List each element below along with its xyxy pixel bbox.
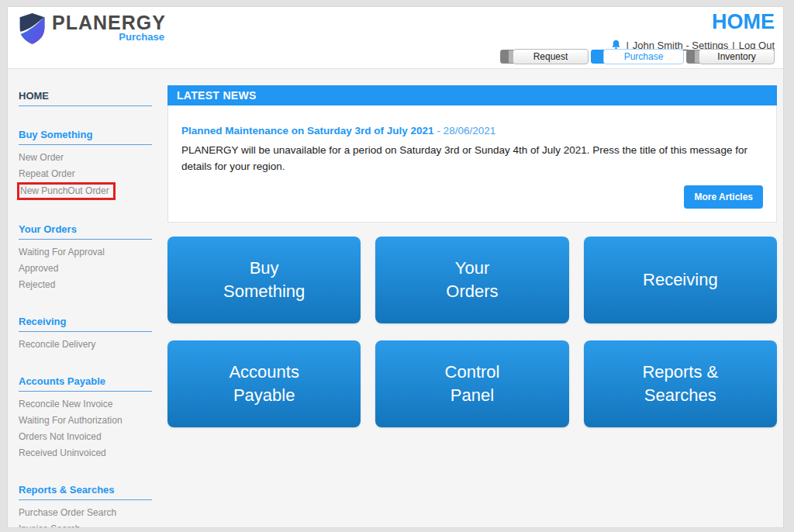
sidebar-section-accounts-payable: Accounts Payable Reconcile New Invoice W… (19, 375, 160, 461)
tab-group-purchase: Purchase (591, 49, 684, 64)
main-content: LATEST NEWS Planned Maintenance on Satur… (160, 69, 783, 527)
sidebar-section-buy-something: Buy Something New Order Repeat Order New… (19, 129, 160, 201)
header: PLANERGY Purchase HOME | John Smith - Se… (8, 7, 783, 69)
planergy-logo: PLANERGY Purchase (18, 12, 166, 44)
tab-purchase[interactable]: Purchase (603, 49, 684, 64)
sidebar-item-invoice-search[interactable]: Invoice Search (19, 521, 160, 528)
sidebar-item-waiting-for-authorization[interactable]: Waiting For Authorization (19, 413, 160, 429)
news-article-body: PLANERGY will be unavailable for a perio… (181, 143, 763, 175)
sidebar-item-home[interactable]: HOME (19, 90, 152, 106)
tab-inventory[interactable]: Inventory (699, 49, 775, 64)
latest-news-header: LATEST NEWS (167, 85, 777, 105)
brand-name: PLANERGY (52, 12, 166, 33)
sidebar-section-reports-searches: Reports & Searches Purchase Order Search… (19, 484, 160, 528)
tile-control-panel[interactable]: Control Panel (375, 340, 568, 427)
news-content: Planned Maintenance on Saturday 3rd of J… (168, 105, 776, 222)
dashboard-tiles: Buy Something Your Orders Receiving Acco… (167, 237, 777, 427)
sidebar-item-rejected[interactable]: Rejected (19, 277, 160, 293)
sidebar-item-approved[interactable]: Approved (19, 261, 160, 277)
tab-group-request: Request (500, 49, 589, 64)
module-tabs: Request Purchase Inventory (498, 49, 775, 64)
sidebar-item-reconcile-delivery[interactable]: Reconcile Delivery (19, 337, 160, 353)
sidebar-item-new-punchout-order[interactable]: New PunchOut Order (17, 182, 116, 200)
sidebar-heading-your-orders[interactable]: Your Orders (19, 223, 152, 240)
tile-receiving[interactable]: Receiving (584, 237, 777, 323)
tile-accounts-payable[interactable]: Accounts Payable (167, 340, 361, 427)
sidebar-item-orders-not-invoiced[interactable]: Orders Not Invoiced (19, 429, 160, 445)
more-articles-button[interactable]: More Articles (684, 185, 763, 209)
sidebar-section-receiving: Receiving Reconcile Delivery (19, 316, 160, 353)
sidebar-heading-receiving[interactable]: Receiving (19, 316, 152, 332)
tile-reports-searches[interactable]: Reports & Searches (584, 340, 777, 427)
sidebar: HOME Buy Something New Order Repeat Orde… (8, 69, 160, 527)
sidebar-heading-buy-something[interactable]: Buy Something (19, 129, 152, 145)
sidebar-item-repeat-order[interactable]: Repeat Order (19, 166, 160, 182)
sidebar-item-waiting-for-approval[interactable]: Waiting For Approval (19, 244, 160, 261)
tile-your-orders[interactable]: Your Orders (375, 237, 568, 323)
page-title: HOME (712, 10, 775, 34)
sidebar-item-new-order[interactable]: New Order (19, 150, 160, 166)
body: HOME Buy Something New Order Repeat Orde… (8, 69, 783, 527)
shield-logo-icon (18, 12, 47, 44)
tile-buy-something[interactable]: Buy Something (167, 237, 361, 323)
news-article-date: - 28/06/2021 (437, 125, 495, 136)
news-article-title[interactable]: Planned Maintenance on Saturday 3rd of J… (181, 125, 434, 136)
app-window: PLANERGY Purchase HOME | John Smith - Se… (7, 6, 784, 528)
sidebar-item-received-uninvoiced[interactable]: Received Uninvoiced (19, 445, 160, 461)
sidebar-heading-accounts-payable[interactable]: Accounts Payable (19, 375, 152, 392)
tab-group-inventory: Inventory (686, 49, 775, 64)
wordmark: PLANERGY Purchase (52, 12, 166, 43)
sidebar-item-purchase-order-search[interactable]: Purchase Order Search (19, 505, 160, 521)
tab-request[interactable]: Request (513, 49, 589, 64)
sidebar-item-reconcile-new-invoice[interactable]: Reconcile New Invoice (19, 396, 160, 413)
sidebar-heading-reports-searches[interactable]: Reports & Searches (19, 484, 152, 500)
sidebar-section-your-orders: Your Orders Waiting For Approval Approve… (19, 223, 160, 293)
latest-news-panel: LATEST NEWS Planned Maintenance on Satur… (167, 85, 777, 223)
